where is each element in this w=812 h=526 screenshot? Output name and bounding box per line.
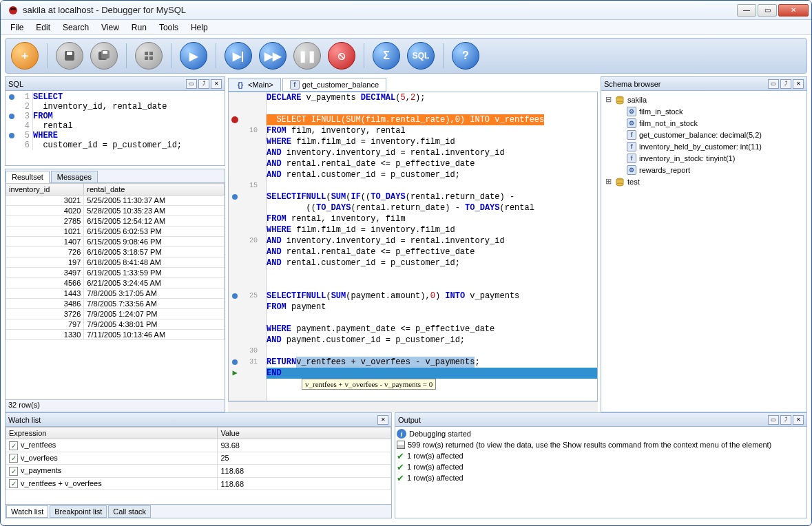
restore-icon[interactable]: ▭: [186, 79, 197, 89]
table-row[interactable]: 7977/9/2005 4:38:01 PM: [6, 319, 225, 330]
sql-button[interactable]: SQL: [407, 42, 435, 70]
menu-tools[interactable]: Tools: [154, 21, 184, 34]
tree-node-db[interactable]: ⊞test: [604, 176, 804, 187]
results-tabs: Resultset Messages: [6, 169, 225, 183]
tree-node-db[interactable]: ⊟sakila: [604, 94, 804, 105]
close-panel-icon[interactable]: ✕: [377, 415, 388, 425]
close-panel-icon[interactable]: ✕: [793, 79, 804, 89]
tree-node-item[interactable]: finventory_in_stock: tinyint(1): [604, 152, 804, 164]
checkbox-icon[interactable]: [9, 467, 18, 476]
tab-watch-list[interactable]: Watch list: [6, 505, 48, 518]
braces-icon: {}: [236, 80, 245, 90]
svg-point-1: [10, 8, 13, 10]
column-header[interactable]: Expression: [6, 428, 218, 439]
watch-row[interactable]: v_rentfees93.68: [6, 439, 391, 452]
save-button[interactable]: [56, 42, 83, 70]
table-row[interactable]: 37267/9/2005 1:24:07 PM: [6, 309, 225, 319]
table-row[interactable]: 14437/8/2005 3:17:05 AM: [6, 288, 225, 299]
column-header[interactable]: rental_date: [84, 184, 225, 196]
table-row[interactable]: 45666/21/2005 3:24:45 AM: [6, 278, 225, 288]
watch-row[interactable]: v_overfees25: [6, 452, 391, 465]
sql-panel-title: SQL: [8, 80, 185, 88]
tree-node-item[interactable]: ⚙rewards_report: [604, 164, 804, 176]
watch-title: Watch list: [8, 416, 376, 424]
checkbox-icon[interactable]: [9, 454, 18, 463]
menubar: File Edit Search View Run Tools Help: [1, 20, 811, 35]
tree-node-item[interactable]: ⚙film_in_stock: [604, 105, 804, 117]
run-button[interactable]: ▶: [180, 42, 207, 70]
code-editor[interactable]: 101520253031▶ DECLARE v_payments DECIMAL…: [228, 92, 598, 401]
help-button[interactable]: ?: [452, 42, 479, 70]
configure-button[interactable]: [135, 42, 163, 70]
watch-grid[interactable]: ExpressionValuev_rentfees93.68v_overfees…: [6, 427, 391, 504]
maximize-button[interactable]: ▭: [758, 4, 777, 17]
check-icon: ✔: [397, 473, 404, 483]
horizontal-scrollbar[interactable]: [228, 401, 598, 412]
column-header[interactable]: Value: [218, 428, 391, 439]
tab-resultset[interactable]: Resultset: [6, 171, 50, 183]
tab-call-stack[interactable]: Call stack: [108, 505, 151, 518]
menu-edit[interactable]: Edit: [30, 21, 56, 34]
pin-icon[interactable]: ⤴: [198, 79, 209, 89]
table-row[interactable]: 7266/16/2005 3:18:57 PM: [6, 247, 225, 257]
step-into-button[interactable]: ▶▶: [259, 42, 287, 70]
column-header[interactable]: inventory_id: [6, 184, 84, 196]
menu-view[interactable]: View: [96, 21, 125, 34]
save-all-button[interactable]: [90, 42, 118, 70]
output-row: ✔1 row(s) affected: [397, 450, 805, 461]
tree-node-item[interactable]: finventory_held_by_customer: int(11): [604, 140, 804, 152]
results-status: 32 row(s): [6, 399, 225, 412]
table-row[interactable]: 27856/15/2005 12:54:12 AM: [6, 216, 225, 227]
tab-messages[interactable]: Messages: [51, 171, 98, 182]
checkbox-icon[interactable]: [9, 479, 18, 488]
sql-editor[interactable]: 1SELECT2 inventory_id, rental_date3FROM4…: [6, 91, 225, 165]
grid-icon: [397, 441, 405, 449]
minimize-button[interactable]: —: [737, 4, 756, 17]
tree-node-item[interactable]: fget_customer_balance: decimal(5,2): [604, 129, 804, 140]
table-row[interactable]: 30215/25/2005 11:30:37 AM: [6, 196, 225, 206]
watch-row[interactable]: v_rentfees + v_overfees118.68: [6, 477, 391, 490]
menu-run[interactable]: Run: [126, 21, 152, 34]
pin-icon[interactable]: ⤴: [780, 79, 791, 89]
results-grid[interactable]: inventory_idrental_date30215/25/2005 11:…: [6, 183, 225, 399]
tab-function[interactable]: f get_customer_balance: [282, 78, 386, 92]
toolbar: ＋ ▶ ▶| ▶▶ ❚❚ ⦸ Σ SQL ?: [5, 38, 807, 74]
app-window: sakila at localhost - Debugger for MySQL…: [0, 0, 812, 526]
svg-rect-4: [67, 52, 72, 55]
menu-file[interactable]: File: [5, 21, 29, 34]
close-panel-icon[interactable]: ✕: [793, 415, 804, 425]
schema-tree[interactable]: ⊟sakila⚙film_in_stock⚙film_not_in_stockf…: [601, 91, 806, 412]
table-row[interactable]: 40205/28/2005 10:35:23 AM: [6, 206, 225, 216]
stop-button[interactable]: ⦸: [328, 42, 355, 70]
menu-search[interactable]: Search: [57, 21, 94, 34]
svg-rect-11: [149, 56, 153, 60]
table-row[interactable]: 10216/15/2005 6:02:53 PM: [6, 227, 225, 237]
output-body: iDebugging started599 row(s) returned (t…: [395, 427, 806, 518]
watch-row[interactable]: v_payments118.68: [6, 465, 391, 478]
svg-rect-10: [145, 56, 148, 60]
tab-main[interactable]: {} <Main>: [228, 78, 281, 92]
restore-icon[interactable]: ▭: [768, 79, 779, 89]
pin-icon[interactable]: ⤴: [780, 415, 791, 425]
table-row[interactable]: 34976/19/2005 1:33:59 PM: [6, 268, 225, 278]
restore-icon[interactable]: ▭: [768, 415, 779, 425]
close-panel-icon[interactable]: ✕: [211, 79, 222, 89]
tree-node-item[interactable]: ⚙film_not_in_stock: [604, 117, 804, 129]
table-row[interactable]: 34867/8/2005 7:33:56 AM: [6, 299, 225, 309]
step-over-button[interactable]: ▶|: [225, 42, 252, 70]
table-row[interactable]: 13307/11/2005 10:13:46 AM: [6, 330, 225, 340]
eval-tooltip: v_rentfees + v_overfees - v_payments = 0: [302, 379, 436, 390]
menu-help[interactable]: Help: [185, 21, 214, 34]
checkbox-icon[interactable]: [9, 441, 18, 450]
tab-breakpoint-list[interactable]: Breakpoint list: [50, 505, 107, 518]
table-row[interactable]: 1976/18/2005 8:41:48 AM: [6, 257, 225, 268]
output-row: ✔1 row(s) affected: [397, 472, 805, 483]
pause-button[interactable]: ❚❚: [293, 42, 321, 70]
table-row[interactable]: 14076/15/2005 9:08:46 PM: [6, 237, 225, 247]
svg-point-0: [9, 6, 17, 14]
output-row: 599 row(s) returned (to view the data, u…: [397, 439, 805, 450]
window-controls: — ▭ ✕: [737, 4, 809, 17]
close-button[interactable]: ✕: [778, 4, 809, 17]
evaluate-button[interactable]: Σ: [373, 42, 400, 70]
add-button[interactable]: ＋: [11, 42, 39, 70]
